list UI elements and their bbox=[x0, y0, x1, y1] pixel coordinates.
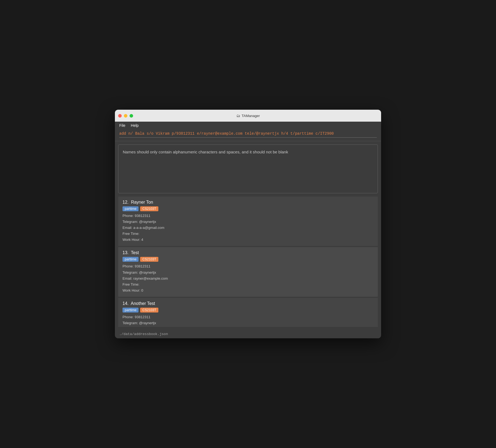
ta-name-12: 12. Rayner Ton bbox=[123, 200, 373, 205]
badge-course-14: CS2103T bbox=[140, 308, 158, 313]
close-button[interactable] bbox=[118, 114, 122, 118]
badge-parttime-14: parttime bbox=[123, 308, 139, 313]
ta-card-14[interactable]: 14. Another Test parttime CS2103T Phone:… bbox=[118, 298, 378, 327]
window-title-container: 🗂 TAManager bbox=[236, 113, 260, 118]
ta-badges-12: parttime CS2103T bbox=[123, 206, 373, 211]
maximize-button[interactable] bbox=[130, 114, 133, 118]
ta-badges-13: parttime CS2103T bbox=[123, 257, 373, 262]
main-window: 🗂 TAManager File Help add n/ Bala s/o Vi… bbox=[115, 110, 381, 338]
ta-freetime-13: Free Time: bbox=[123, 282, 373, 288]
title-bar: 🗂 TAManager bbox=[115, 110, 381, 122]
badge-parttime-13: parttime bbox=[123, 257, 139, 262]
output-box: Names should only contain alphanumeric c… bbox=[118, 144, 378, 193]
ta-name-13: 13. Test bbox=[123, 250, 373, 255]
menu-file[interactable]: File bbox=[119, 123, 125, 128]
status-path: ./data/addressbook.json bbox=[119, 332, 168, 336]
ta-telegram-14: Telegram: @raynertjx bbox=[123, 320, 373, 326]
badge-course-12: CS2103T bbox=[140, 206, 158, 211]
badge-parttime-12: parttime bbox=[123, 206, 139, 211]
ta-phone-12: Phone: 93812311 bbox=[123, 213, 373, 219]
minimize-button[interactable] bbox=[124, 114, 127, 118]
ta-details-12: Phone: 93812311 Telegram: @raynertjx Ema… bbox=[123, 213, 373, 243]
app-icon: 🗂 bbox=[236, 113, 240, 118]
ta-badges-14: parttime CS2103T bbox=[123, 308, 373, 313]
menu-bar: File Help bbox=[115, 122, 381, 129]
ta-list[interactable]: 12. Rayner Ton parttime CS2103T Phone: 9… bbox=[118, 197, 378, 327]
badge-course-13: CS2103T bbox=[140, 257, 158, 262]
traffic-lights bbox=[118, 114, 133, 118]
ta-card-12[interactable]: 12. Rayner Ton parttime CS2103T Phone: 9… bbox=[118, 197, 378, 246]
ta-phone-14: Phone: 93812311 bbox=[123, 314, 373, 320]
ta-card-13[interactable]: 13. Test parttime CS2103T Phone: 9381231… bbox=[118, 247, 378, 296]
ta-workhour-12: Work Hour: 4 bbox=[123, 237, 373, 243]
menu-help[interactable]: Help bbox=[131, 123, 139, 128]
ta-details-14: Phone: 93812311 Telegram: @raynertjx Ema… bbox=[123, 314, 373, 327]
ta-email-12: Email: a-a-a-a@gmail.com bbox=[123, 225, 373, 231]
output-message: Names should only contain alphanumeric c… bbox=[123, 149, 373, 155]
status-bar: ./data/addressbook.json bbox=[115, 329, 381, 338]
ta-telegram-12: Telegram: @raynertjx bbox=[123, 219, 373, 225]
command-input[interactable]: add n/ Bala s/o Vikram p/93812311 e/rayn… bbox=[119, 131, 377, 136]
ta-name-14: 14. Another Test bbox=[123, 301, 373, 306]
ta-freetime-12: Free Time: bbox=[123, 231, 373, 237]
command-underline bbox=[119, 137, 377, 138]
window-title: TAManager bbox=[242, 114, 260, 118]
ta-phone-13: Phone: 93812311 bbox=[123, 263, 373, 269]
ta-details-13: Phone: 93812311 Telegram: @raynertjx Ema… bbox=[123, 263, 373, 293]
ta-email-13: Email: rayner@example.com bbox=[123, 276, 373, 282]
ta-email-14: Email: rayner@example.com bbox=[123, 326, 373, 327]
command-area: add n/ Bala s/o Vikram p/93812311 e/rayn… bbox=[115, 129, 381, 141]
ta-workhour-13: Work Hour: 0 bbox=[123, 288, 373, 294]
ta-telegram-13: Telegram: @raynertjx bbox=[123, 270, 373, 276]
